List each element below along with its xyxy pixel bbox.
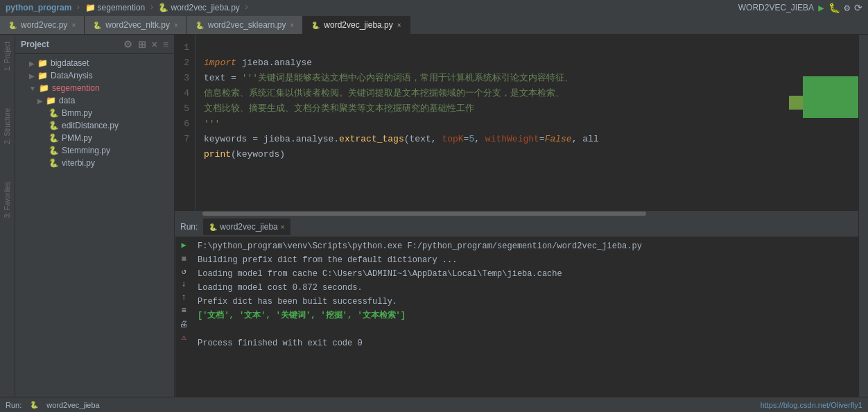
- code-editor[interactable]: import jieba.analyse text = '''关键词是能够表达文…: [196, 35, 858, 211]
- sidebar-menu-icon[interactable]: ≡: [163, 39, 168, 50]
- sidebar-item-stemming[interactable]: 🐍 Stemming.py: [15, 144, 174, 157]
- run-output-blank: [198, 323, 853, 336]
- main-area: 1: Project 2: Structure 3: Favorites Pro…: [0, 35, 868, 397]
- sidebar-item-segemention[interactable]: ▼ 📁 segemention: [15, 82, 174, 94]
- run-output-line-5: Prefix dict has been built successfully.: [198, 295, 853, 309]
- folder-icon: 📁: [37, 58, 48, 68]
- status-bar: Run: 🐍 word2vec_jieba https://blog.csdn.…: [0, 397, 868, 412]
- item-label: Bmm.py: [62, 108, 92, 118]
- run-tab-close[interactable]: ×: [281, 223, 285, 231]
- tab-file-icon: 🐍: [8, 22, 17, 29]
- tab-close-icon[interactable]: ×: [290, 22, 295, 29]
- breadcrumb-file: 🐍word2vec_jieba.py: [158, 3, 239, 12]
- file-icon: 🐍: [49, 121, 59, 130]
- run-settings-button[interactable]: ≡: [178, 305, 189, 316]
- sidebar-cog-icon[interactable]: ⚙: [123, 39, 132, 50]
- breadcrumb-sep3: ›: [244, 3, 249, 12]
- run-panel-body: ▶ ◼ ↺ ↓ ↑ ≡ 🖨 ⚠ F:\python_program\venv\S…: [175, 237, 858, 397]
- tab-file-icon: 🐍: [196, 22, 204, 29]
- run-rerun-button[interactable]: ↺: [178, 266, 189, 277]
- title-bar: python_program › 📁segemention › 🐍word2ve…: [0, 0, 868, 15]
- sidebar-item-pmm[interactable]: 🐍 PMM.py: [15, 132, 174, 144]
- sidebar-item-bigdataset[interactable]: ▶ 📁 bigdataset: [15, 57, 174, 69]
- sidebar-tree: ▶ 📁 bigdataset ▶ 📁 DataAnysis ▼ 📁 segeme…: [15, 54, 174, 397]
- debug-button[interactable]: 🐛: [828, 2, 840, 14]
- sidebar-controls: ⚙ ⊞ × ≡: [123, 39, 168, 50]
- file-icon: 🐍: [49, 158, 59, 168]
- run-panel-controls: ▶ ◼ ↺ ↓ ↑ ≡ 🖨 ⚠: [175, 237, 192, 397]
- left-strip: 1: Project 2: Structure 3: Favorites: [0, 35, 15, 397]
- item-label: segemention: [52, 83, 100, 93]
- tab-word2vec-nltk[interactable]: 🐍 word2vec_nltk.py ×: [85, 16, 187, 34]
- arrow-icon: ▶: [29, 72, 35, 80]
- sidebar-item-bmm[interactable]: 🐍 Bmm.py: [15, 107, 174, 119]
- tab-file-icon: 🐍: [93, 22, 101, 29]
- item-label: DataAnysis: [51, 71, 93, 80]
- sidebar-header: Project ⚙ ⊞ × ≡: [15, 35, 174, 54]
- arrow-icon: ▶: [29, 60, 35, 67]
- editor-area: 1 2 3 4 5 6 7 import jieba.analyse text …: [175, 35, 858, 397]
- status-run-label: Run:: [6, 401, 21, 409]
- settings-button[interactable]: ⚙: [844, 2, 850, 14]
- sidebar-close-icon[interactable]: ×: [152, 39, 157, 50]
- run-output-line-3: Loading model from cache C:\Users\ADMINI…: [198, 267, 853, 281]
- file-icon: 🐍: [49, 108, 59, 118]
- tab-word2vec-sklearn[interactable]: 🐍 word2vec_sklearn.py ×: [187, 16, 304, 34]
- green-overlay: [803, 76, 858, 118]
- sidebar-title: Project: [21, 40, 49, 49]
- tab-label: word2vec_sklearn.py: [208, 20, 286, 30]
- tab-close-icon[interactable]: ×: [174, 22, 178, 29]
- project-name[interactable]: python_program: [6, 3, 71, 12]
- code-container[interactable]: 1 2 3 4 5 6 7 import jieba.analyse text …: [175, 35, 858, 211]
- right-strip: [858, 35, 868, 397]
- breadcrumb-folder: 📁segemention: [85, 3, 146, 12]
- tab-word2vec-jieba[interactable]: 🐍 word2vec_jieba.py ×: [303, 16, 410, 34]
- run-file-icon: 🐍: [209, 223, 217, 231]
- tab-label: word2vec_jieba.py: [324, 20, 392, 30]
- run-error-button[interactable]: ⚠: [178, 332, 189, 343]
- strip-project[interactable]: 1: Project: [1, 37, 13, 75]
- sidebar-item-dataanysis[interactable]: ▶ 📁 DataAnysis: [15, 69, 174, 82]
- sidebar-expand-icon[interactable]: ⊞: [138, 39, 146, 50]
- breadcrumb-sep2: ›: [149, 3, 154, 12]
- run-label: Run:: [180, 222, 198, 232]
- item-label: PMM.py: [62, 133, 92, 143]
- run-stop-button[interactable]: ◼: [178, 252, 189, 264]
- item-label: editDistance.py: [62, 121, 119, 130]
- run-scroll-down-button[interactable]: ↓: [178, 279, 189, 290]
- tab-label: word2vec_nltk.py: [105, 20, 170, 30]
- reload-button[interactable]: ⟳: [854, 2, 862, 14]
- arrow-icon: ▼: [29, 85, 36, 92]
- run-config-name: WORD2VEC_JIEBA: [738, 3, 814, 12]
- folder-icon: 📁: [46, 96, 56, 105]
- line-numbers: 1 2 3 4 5 6 7: [175, 35, 196, 211]
- tab-close-icon[interactable]: ×: [397, 22, 401, 29]
- breadcrumb-sep1: ›: [76, 3, 80, 12]
- code-scrollbar-thumb[interactable]: [202, 212, 646, 216]
- code-scrollbar[interactable]: [175, 211, 858, 216]
- run-play-button[interactable]: ▶: [178, 239, 189, 250]
- file-icon: 🐍: [49, 146, 59, 155]
- green-small-overlay: [789, 96, 803, 110]
- status-file-icon: 🐍: [30, 401, 38, 409]
- run-panel-tab[interactable]: 🐍 word2vec_jieba ×: [203, 218, 290, 235]
- item-label: Stemming.py: [62, 146, 110, 155]
- status-tab-name: word2vec_jieba: [46, 401, 99, 409]
- tab-close-icon[interactable]: ×: [71, 22, 76, 29]
- strip-favorites[interactable]: 3: Favorites: [1, 178, 13, 222]
- strip-structure[interactable]: 2: Structure: [1, 104, 13, 148]
- run-button[interactable]: ▶: [818, 2, 824, 14]
- run-output-line-6: ['文档', '文本', '关键词', '挖掘', '文本检索']: [198, 309, 853, 323]
- tab-label: word2vec.py: [21, 20, 67, 30]
- sidebar-item-viterbi[interactable]: 🐍 viterbi.py: [15, 157, 174, 169]
- run-panel: Run: 🐍 word2vec_jieba × ▶ ◼ ↺ ↓ ↑ ≡ 🖨: [175, 216, 858, 397]
- item-label: bigdataset: [51, 58, 89, 68]
- sidebar-item-editdistance[interactable]: 🐍 editDistance.py: [15, 119, 174, 132]
- status-url[interactable]: https://blog.csdn.net/Oliverfly1: [761, 401, 862, 409]
- run-print-button[interactable]: 🖨: [178, 318, 189, 329]
- run-scroll-up-button[interactable]: ↑: [178, 292, 189, 303]
- tab-word2vec[interactable]: 🐍 word2vec.py ×: [0, 16, 85, 34]
- arrow-icon: ▶: [37, 97, 43, 105]
- folder-icon: 📁: [39, 83, 49, 93]
- sidebar-item-data[interactable]: ▶ 📁 data: [15, 94, 174, 107]
